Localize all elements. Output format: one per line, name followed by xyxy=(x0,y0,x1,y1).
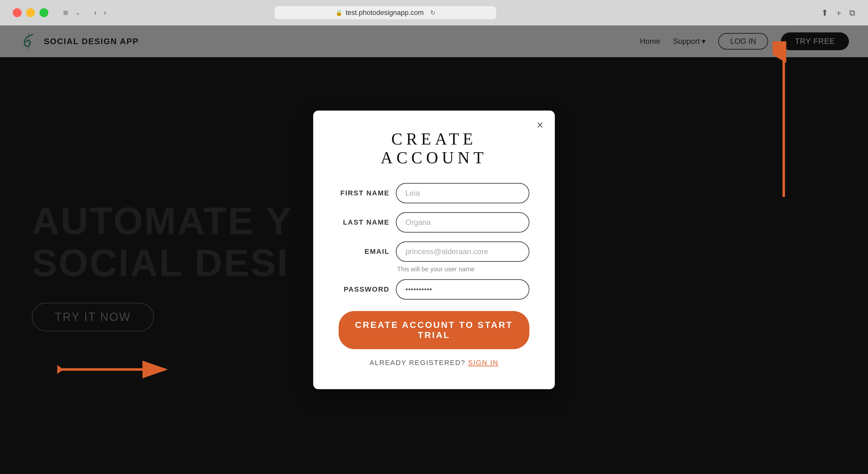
arrow-right-annotation xyxy=(54,357,175,383)
password-input[interactable] xyxy=(396,279,529,300)
lock-icon: 🔒 xyxy=(335,9,342,16)
sidebar-toggle-icon[interactable]: ⊞ xyxy=(61,9,70,16)
address-bar[interactable]: 🔒 test.photodesignapp.com ↻ xyxy=(274,6,497,20)
email-row: EMAIL xyxy=(339,241,529,262)
create-account-modal: × CREATE ACCOUNT FIRST NAME LAST NAME EM… xyxy=(313,110,555,389)
minimize-window-button[interactable] xyxy=(26,8,35,17)
close-window-button[interactable] xyxy=(13,8,22,17)
new-tab-icon[interactable]: ＋ xyxy=(835,7,843,19)
arrow-up-annotation xyxy=(773,41,795,201)
modal-overlay[interactable]: × CREATE ACCOUNT FIRST NAME LAST NAME EM… xyxy=(0,25,868,474)
window-controls: ⊞ ⌄ xyxy=(61,9,82,16)
fullscreen-window-button[interactable] xyxy=(39,8,48,17)
traffic-lights xyxy=(13,8,48,17)
refresh-icon[interactable]: ↻ xyxy=(430,9,436,16)
forward-button[interactable]: › xyxy=(101,7,109,19)
svg-marker-1 xyxy=(57,365,64,374)
back-button[interactable]: ‹ xyxy=(92,7,99,19)
first-name-row: FIRST NAME xyxy=(339,183,529,203)
email-helper-text: This will be your user name xyxy=(397,266,529,273)
email-label: EMAIL xyxy=(339,247,390,256)
browser-nav-arrows: ‹ › xyxy=(92,7,109,19)
last-name-input[interactable] xyxy=(396,212,529,233)
email-input[interactable] xyxy=(396,241,529,262)
chevron-down-icon[interactable]: ⌄ xyxy=(73,9,82,16)
last-name-row: LAST NAME xyxy=(339,212,529,233)
already-registered-section: ALREADY REGISTERED? SIGN IN xyxy=(339,359,529,367)
sign-in-link[interactable]: SIGN IN xyxy=(468,359,499,367)
chrome-right-icons: ⬆ ＋ ⧉ xyxy=(821,7,855,19)
first-name-label: FIRST NAME xyxy=(339,189,390,197)
share-icon[interactable]: ⬆ xyxy=(821,8,828,18)
first-name-input[interactable] xyxy=(396,183,529,203)
url-text: test.photodesignapp.com xyxy=(346,8,424,17)
modal-title: CREATE ACCOUNT xyxy=(339,130,529,167)
modal-close-button[interactable]: × xyxy=(537,120,544,131)
last-name-label: LAST NAME xyxy=(339,218,390,227)
tabs-icon[interactable]: ⧉ xyxy=(849,8,855,18)
mac-titlebar: ⊞ ⌄ ‹ › 🔒 test.photodesignapp.com ↻ ⬆ ＋ … xyxy=(0,0,868,25)
create-account-button[interactable]: CREATE ACCOUNT TO START TRIAL xyxy=(339,311,529,349)
password-label: PASSWORD xyxy=(339,285,390,294)
password-row: PASSWORD xyxy=(339,279,529,300)
already-registered-text: ALREADY REGISTERED? xyxy=(369,359,465,367)
